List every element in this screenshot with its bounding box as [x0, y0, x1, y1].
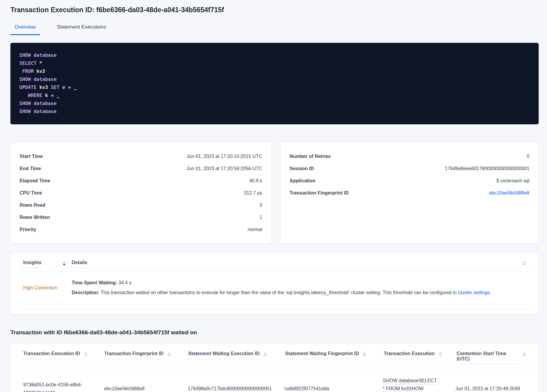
sort-icon-statement-waiting-execution-id[interactable] — [264, 352, 267, 357]
summary-value: 17648a9eea6017800000000000000001 — [445, 166, 529, 171]
cell-transaction-execution: SHOW databaseSELECT * FROM kv3SHOW datab… — [383, 377, 455, 392]
waited-on-table-header: Transaction Execution ID Transaction Fin… — [11, 351, 538, 364]
details-column-label: Details — [72, 260, 87, 268]
time-spent-waiting-label: Time Spent Waiting: — [72, 280, 117, 285]
waited-on-heading: Transaction with ID f6be6366-da03-48de-a… — [10, 329, 539, 336]
summary-value: 3 — [260, 203, 262, 208]
summary-row: Session ID17648a9eea60178000000000000000… — [290, 162, 529, 175]
summary-value: 40.9 s — [249, 178, 262, 184]
summary-cards-row: Start TimeJun 01, 2023 at 17:20:15:2015 … — [10, 142, 539, 244]
sql-statements-box: SHOW databaseSELECT * FROM kv3SHOW datab… — [10, 43, 539, 124]
cell-transaction-fingerprint-id: ebc10ae56cfd88a8 — [104, 385, 188, 392]
page-title: Transaction Execution ID: f6be6366-da03-… — [10, 6, 539, 14]
column-header-statement-waiting-fingerprint-id[interactable]: Statement Waiting Fingerprint ID — [285, 351, 384, 359]
sort-icon-transaction-fingerprint-id[interactable] — [168, 352, 171, 357]
column-label: Contention Start Time (UTC) — [457, 351, 519, 364]
summary-value: 0 — [527, 154, 529, 159]
insight-details-cell: Time Spent Waiting: 34.4 s Description: … — [72, 280, 526, 296]
summary-row: Start TimeJun 01, 2023 at 17:20:15:2015 … — [20, 150, 262, 162]
sort-icon-contention-start-time[interactable] — [523, 352, 526, 357]
column-label: Transaction Execution — [384, 351, 435, 359]
transaction-fingerprint-id-link[interactable]: ebc10ae56cfd88a8 — [489, 190, 529, 196]
summary-label: Elapsed Time — [20, 178, 50, 184]
tab-overview[interactable]: Overview — [10, 21, 40, 35]
column-label: Statement Waiting Execution ID — [188, 351, 260, 359]
summary-label: Session ID — [290, 166, 314, 171]
divider — [18, 309, 531, 309]
time-spent-waiting: Time Spent Waiting: 34.4 s — [72, 280, 526, 286]
column-header-transaction-execution[interactable]: Transaction Execution — [384, 351, 457, 359]
insight-row: High Contention Time Spent Waiting: 34.4… — [11, 272, 538, 305]
execution-summary-card: Start TimeJun 01, 2023 at 17:20:15:2015 … — [10, 142, 271, 244]
summary-value: Jun 01, 2023 at 17:20:56:2056 UTC — [187, 166, 262, 171]
column-header-contention-start-time[interactable]: Contention Start Time (UTC) — [457, 351, 526, 364]
description-text: This transaction waited on other transac… — [99, 290, 458, 295]
summary-row: Transaction Fingerprint IDebc10ae56cfd88… — [290, 187, 529, 199]
summary-value: normal — [248, 227, 262, 232]
column-header-details[interactable]: Details — [72, 260, 87, 268]
cell-transaction-execution-id: 9738d051-bc0e-4158-a9b4-1903586ddd42 — [23, 381, 104, 392]
summary-label: Priority — [20, 227, 36, 232]
sort-icon-statement-waiting-fingerprint-id[interactable] — [363, 352, 366, 357]
summary-row: Rows Written1 — [20, 211, 262, 223]
sql-code-line: SHOW database — [19, 107, 530, 115]
cell-contention-start-time: Jun 01, 2023 at 17:20:49:2049 — [455, 385, 526, 392]
waited-on-table-card: Transaction Execution ID Transaction Fin… — [10, 344, 539, 392]
time-spent-waiting-value: 34.4 s — [117, 280, 131, 285]
summary-value: 312.7 µs — [244, 190, 262, 196]
sql-code-line: WHERE k = _ — [19, 91, 530, 99]
sql-code-line: FROM kv3 — [19, 67, 530, 75]
transaction-execution-link[interactable]: SHOW databaseSELECT * FROM kv3SHOW datab… — [383, 377, 439, 392]
column-header-insights[interactable]: Insights — [23, 260, 72, 268]
summary-row: CPU Time312.7 µs — [20, 187, 262, 199]
column-header-statement-waiting-execution-id[interactable]: Statement Waiting Execution ID — [188, 351, 285, 359]
summary-label: End Time — [20, 166, 41, 171]
sql-code-line: UPDATE kv3 SET v = _ — [19, 83, 530, 91]
tab-bar: Overview Statement Executions — [10, 21, 539, 35]
summary-label: Rows Read — [20, 203, 45, 208]
summary-label: Application — [290, 178, 315, 184]
description-period: . — [490, 290, 491, 295]
sort-icon-details[interactable] — [523, 261, 526, 266]
summary-row: Prioritynormal — [20, 223, 262, 236]
summary-row: End TimeJun 01, 2023 at 17:20:56:2056 UT… — [20, 162, 262, 175]
sort-icon-transaction-execution-id[interactable] — [84, 352, 87, 357]
summary-value: 1 — [260, 215, 262, 220]
summary-value: $ cockroach sql — [496, 178, 529, 184]
summary-value: Jun 01, 2023 at 17:20:15:2015 UTC — [187, 154, 262, 159]
summary-label: Transaction Fingerprint ID — [290, 190, 349, 196]
sort-icon-transaction-execution[interactable] — [439, 352, 442, 357]
sort-icon-insights[interactable] — [63, 261, 66, 266]
summary-row: Application$ cockroach sql — [290, 175, 529, 187]
cluster-settings-link[interactable]: cluster settings — [458, 290, 490, 295]
column-header-transaction-fingerprint-id[interactable]: Transaction Fingerprint ID — [104, 351, 188, 359]
summary-label: Start Time — [20, 154, 43, 159]
cell-statement-waiting-fingerprint-id: \xdb8922f077541dda — [284, 385, 383, 392]
summary-label: Number of Retries — [290, 154, 331, 159]
waited-on-row: 9738d051-bc0e-4158-a9b4-1903586ddd42 ebc… — [11, 368, 538, 392]
summary-row: Number of Retries0 — [290, 150, 529, 162]
summary-row: Rows Read3 — [20, 199, 262, 211]
column-header-transaction-execution-id[interactable]: Transaction Execution ID — [23, 351, 104, 359]
insights-column-label: Insights — [23, 260, 41, 268]
insights-table-card: Insights Details High Contention Time Sp… — [10, 253, 539, 314]
summary-label: Rows Written — [20, 215, 50, 220]
sql-code-line: SHOW database — [19, 75, 530, 83]
page: Transaction Execution ID: f6be6366-da03-… — [0, 6, 547, 392]
sql-code-line: SHOW database — [19, 99, 530, 107]
description-label: Description: — [72, 290, 99, 295]
sql-code-line: SHOW database — [19, 51, 530, 59]
sql-code-line: SELECT * — [19, 59, 530, 67]
cell-statement-waiting-execution-id: 176498a9c717bdc80000000000000001 — [188, 385, 284, 392]
summary-row: Elapsed Time40.9 s — [20, 175, 262, 187]
tab-statement-executions[interactable]: Statement Executions — [53, 21, 110, 35]
insight-type-label: High Contention — [23, 285, 72, 291]
insights-table-header: Insights Details — [11, 260, 538, 268]
column-label: Statement Waiting Fingerprint ID — [285, 351, 359, 359]
summary-label: CPU Time — [20, 190, 42, 196]
execution-attributes-card: Number of Retries0Session ID17648a9eea60… — [280, 142, 539, 244]
column-label: Transaction Fingerprint ID — [104, 351, 164, 359]
column-label: Transaction Execution ID — [23, 351, 80, 359]
insight-description: Description: This transaction waited on … — [72, 289, 526, 296]
